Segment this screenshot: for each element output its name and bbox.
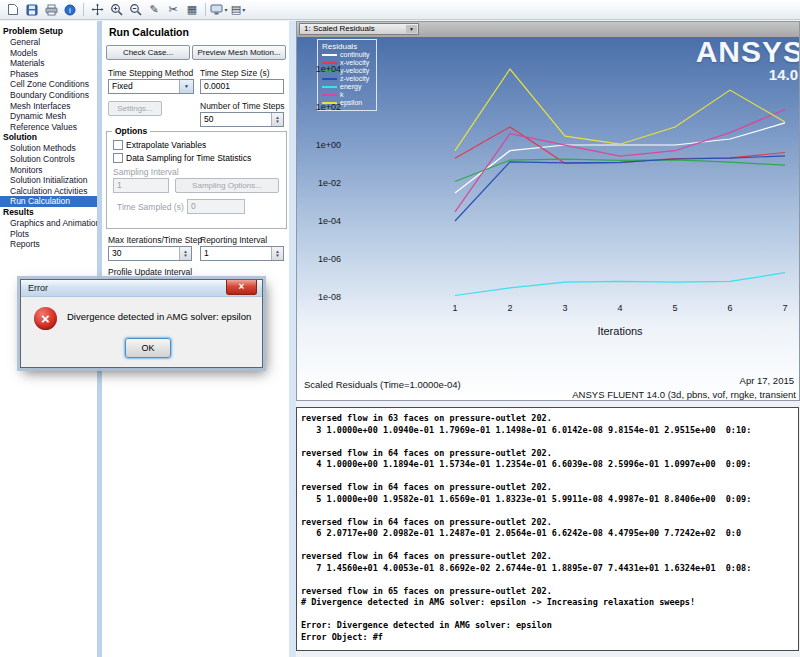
tree-item-plots[interactable]: Plots xyxy=(0,229,97,240)
sampling-interval-label: Sampling Interval xyxy=(113,167,179,177)
graphics-window: 1: Scaled Residuals Residualscontinuityx… xyxy=(296,21,800,401)
tree-item-models[interactable]: Models xyxy=(0,48,97,59)
dialog-title: Error xyxy=(28,283,48,293)
help-icon[interactable]: i xyxy=(61,2,79,18)
tree-item-cell-zone-conditions[interactable]: Cell Zone Conditions xyxy=(0,79,97,90)
reporting-interval-stepper[interactable]: 1 xyxy=(200,246,284,261)
tree-section-results[interactable]: Results xyxy=(0,207,97,218)
number-of-time-steps-value: 50 xyxy=(204,114,213,124)
plot-app-version: ANSYS FLUENT 14.0 (3d, pbns, vof, rngke,… xyxy=(572,389,796,400)
dialog-close-button[interactable] xyxy=(226,280,257,295)
options-groupbox: Options Extrapolate Variables Data Sampl… xyxy=(106,131,287,229)
tree-section-problem-setup[interactable]: Problem Setup xyxy=(0,26,97,37)
extrapolate-variables-label: Extrapolate Variables xyxy=(126,140,206,150)
residuals-plot-canvas: Residualscontinuityx-velocityy-velocityz… xyxy=(297,37,799,400)
time-stepping-method-select[interactable]: Fixed xyxy=(108,79,194,94)
console-line: # Divergence detected in AMG solver: eps… xyxy=(301,597,794,609)
tree-item-dynamic-mesh[interactable]: Dynamic Mesh xyxy=(0,111,97,122)
time-stepping-method-value: Fixed xyxy=(112,81,133,91)
tree-item-solution-controls[interactable]: Solution Controls xyxy=(0,154,97,165)
reporting-interval-label: Reporting Interval xyxy=(200,235,267,245)
error-icon xyxy=(34,307,57,330)
tree-item-reports[interactable]: Reports xyxy=(0,239,97,250)
axis-tick-label: 1e+02 xyxy=(316,102,341,112)
sampling-interval-input[interactable]: 1 xyxy=(113,178,169,193)
grid-icon[interactable]: ▦ xyxy=(183,2,201,18)
layout-icon[interactable]: ▤▾ xyxy=(229,2,247,18)
data-sampling-checkbox[interactable]: Data Sampling for Time Statistics xyxy=(113,153,251,163)
max-iterations-stepper[interactable]: 30 xyxy=(108,246,192,261)
axis-tick-label: 1e-04 xyxy=(318,216,341,226)
axis-tick-label: 4 xyxy=(617,303,622,313)
sampling-options-button[interactable]: Sampling Options... xyxy=(175,178,279,193)
toolbar-separator xyxy=(205,3,206,16)
console-line xyxy=(301,436,794,448)
number-of-time-steps-stepper[interactable]: 50 xyxy=(200,112,284,127)
preview-mesh-motion-button[interactable]: Preview Mesh Motion... xyxy=(192,45,286,60)
settings-button[interactable]: Settings... xyxy=(108,101,162,116)
new-document-icon[interactable] xyxy=(4,2,22,18)
tree-item-boundary-conditions[interactable]: Boundary Conditions xyxy=(0,90,97,101)
spinner-arrows-icon[interactable] xyxy=(271,247,283,260)
chevron-down-icon xyxy=(406,25,417,33)
tree-item-monitors[interactable]: Monitors xyxy=(0,165,97,176)
tree-section-solution[interactable]: Solution xyxy=(0,132,97,143)
dialog-message: Divergence detected in AMG solver: epsil… xyxy=(67,311,256,322)
panel-title: Run Calculation xyxy=(109,26,189,38)
console-line xyxy=(301,471,794,483)
plot-caption: Scaled Residuals (Time=1.0000e-04) xyxy=(304,379,461,390)
checkbox-icon xyxy=(113,140,123,150)
error-dialog: Error Divergence detected in AMG solver:… xyxy=(20,279,263,368)
save-icon[interactable] xyxy=(23,2,41,18)
check-case-button[interactable]: Check Case... xyxy=(106,45,190,60)
main-toolbar: i ✎ ✂ ▦ ▾ ▤▾ xyxy=(0,0,800,20)
tree-item-solution-methods[interactable]: Solution Methods xyxy=(0,143,97,154)
options-label: Options xyxy=(112,126,150,136)
time-step-size-input[interactable]: 0.0001 xyxy=(200,79,284,94)
console-line: 3 1.0000e+00 1.0940e-01 1.7969e-01 1.149… xyxy=(301,425,794,437)
graphics-selector-value: 1: Scaled Residuals xyxy=(304,24,375,33)
zoom-in-icon[interactable] xyxy=(107,2,125,18)
x-axis-title: Iterations xyxy=(420,325,799,337)
tree-item-solution-initialization[interactable]: Solution Initialization xyxy=(0,175,97,186)
console-line: Error: Divergence detected in AMG solver… xyxy=(301,620,794,632)
legend-item-continuity: continuity xyxy=(322,51,370,59)
display-options-icon[interactable]: ▾ xyxy=(210,2,228,18)
dialog-ok-button[interactable]: OK xyxy=(125,338,171,358)
axis-tick-label: 6 xyxy=(727,303,732,313)
graphics-panel-splitter[interactable] xyxy=(289,21,296,657)
tree-item-phases[interactable]: Phases xyxy=(0,69,97,80)
tree-item-calculation-activities[interactable]: Calculation Activities xyxy=(0,186,97,197)
graphics-selector[interactable]: 1: Scaled Residuals xyxy=(299,23,419,35)
console-line: 4 1.0000e+00 1.1894e-01 1.5734e-01 1.235… xyxy=(301,459,794,471)
fluent-window: i ✎ ✂ ▦ ▾ ▤▾ Problem SetupGeneralModelsM… xyxy=(0,0,800,657)
series-line-z-velocity xyxy=(455,156,785,221)
axis-tick-label: 1e-02 xyxy=(318,178,341,188)
extrapolate-variables-checkbox[interactable]: Extrapolate Variables xyxy=(113,140,206,150)
tree-item-mesh-interfaces[interactable]: Mesh Interfaces xyxy=(0,101,97,112)
console-output[interactable]: reversed flow in 63 faces on pressure-ou… xyxy=(296,407,799,651)
print-icon[interactable] xyxy=(42,2,60,18)
series-line-epsilon xyxy=(455,69,785,151)
tree-item-reference-values[interactable]: Reference Values xyxy=(0,122,97,133)
console-line: 6 2.0717e+00 2.0982e-01 1.2487e-01 2.056… xyxy=(301,528,794,540)
tree-item-materials[interactable]: Materials xyxy=(0,58,97,69)
axis-tick-label: 1e-06 xyxy=(318,254,341,264)
axis-tick-label: 3 xyxy=(562,303,567,313)
spinner-arrows-icon[interactable] xyxy=(271,113,283,126)
pencil-icon[interactable]: ✎ xyxy=(145,2,163,18)
spinner-arrows-icon[interactable] xyxy=(179,247,191,260)
tree-item-general[interactable]: General xyxy=(0,37,97,48)
console-line: Error Object: #f xyxy=(301,632,794,644)
tree-item-graphics-and-animations[interactable]: Graphics and Animations xyxy=(0,218,97,229)
axis-tick-label: 1 xyxy=(452,303,457,313)
time-sampled-input[interactable]: 0 xyxy=(187,199,245,214)
cut-icon[interactable]: ✂ xyxy=(164,2,182,18)
data-sampling-label: Data Sampling for Time Statistics xyxy=(126,153,251,163)
tree-item-run-calculation[interactable]: Run Calculation xyxy=(0,196,97,207)
toolbar-separator xyxy=(83,3,84,16)
pan-icon[interactable] xyxy=(88,2,106,18)
zoom-out-icon[interactable] xyxy=(126,2,144,18)
chevron-down-icon xyxy=(179,80,193,93)
max-iterations-value: 30 xyxy=(112,248,121,258)
